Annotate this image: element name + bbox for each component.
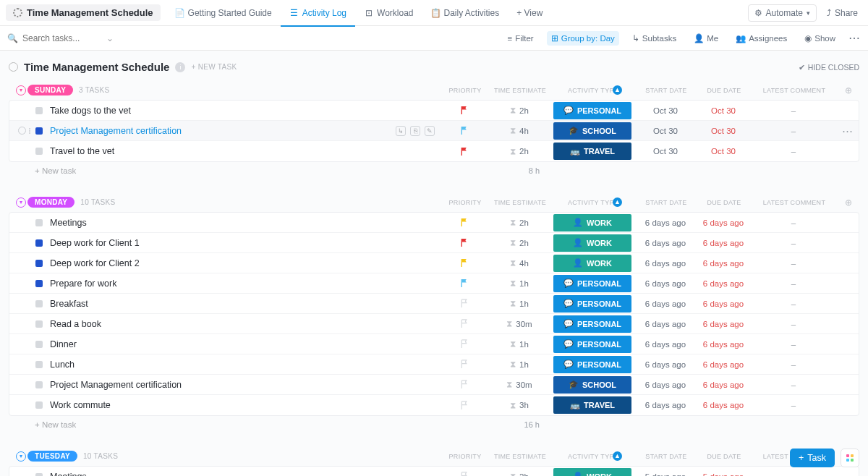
cell-start-date[interactable]: 6 days ago bbox=[634, 360, 697, 369]
cell-start-date[interactable]: 6 days ago bbox=[634, 218, 697, 227]
task-name[interactable]: Lunch bbox=[50, 360, 441, 370]
cell-start-date[interactable]: 6 days ago bbox=[634, 259, 697, 268]
cell-due-date[interactable]: 6 days ago bbox=[697, 299, 750, 308]
col-latest-comment[interactable]: LATEST COMMENT bbox=[751, 199, 838, 206]
activity-badge[interactable]: 💬PERSONAL bbox=[553, 315, 631, 333]
task-name[interactable]: Deep work for Client 2 bbox=[50, 258, 441, 268]
cell-latest-comment[interactable]: – bbox=[750, 340, 837, 349]
status-square[interactable] bbox=[35, 148, 43, 155]
share-button[interactable]: ⤴ Share bbox=[822, 5, 862, 21]
activity-badge[interactable]: 🎓SCHOOL bbox=[553, 122, 631, 140]
col-start-date[interactable]: START DATE bbox=[635, 87, 697, 94]
cell-due-date[interactable]: 6 days ago bbox=[697, 340, 750, 349]
activity-badge[interactable]: 🚌TRAVEL bbox=[553, 143, 631, 160]
activity-badge[interactable]: 🎓SCHOOL bbox=[553, 376, 631, 394]
drag-handle-icon[interactable] bbox=[29, 128, 35, 134]
activity-badge[interactable]: 👤WORK bbox=[553, 255, 631, 272]
status-square[interactable] bbox=[35, 107, 43, 114]
cell-priority[interactable] bbox=[441, 218, 488, 227]
activity-badge[interactable]: 👤WORK bbox=[553, 468, 631, 477]
more-options-button[interactable]: ⋯ bbox=[848, 31, 861, 45]
task-name[interactable]: Project Management certification bbox=[50, 380, 441, 390]
cell-start-date[interactable]: 6 days ago bbox=[634, 239, 697, 247]
status-square[interactable] bbox=[35, 300, 43, 307]
cell-priority[interactable] bbox=[441, 279, 488, 288]
hide-closed-button[interactable]: ✔ HIDE CLOSED bbox=[799, 63, 859, 72]
show-button[interactable]: ◉Show bbox=[800, 31, 840, 46]
activity-badge[interactable]: 👤WORK bbox=[553, 214, 631, 231]
activity-badge[interactable]: 💬PERSONAL bbox=[553, 356, 631, 373]
add-view-button[interactable]: + View bbox=[508, 0, 551, 26]
cell-time-estimate[interactable]: ⧗1h bbox=[488, 339, 550, 349]
status-square[interactable] bbox=[35, 381, 43, 388]
task-row[interactable]: Dinner ⧗1h 💬PERSONAL 6 days ago 6 days a… bbox=[9, 334, 859, 354]
cell-due-date[interactable]: 6 days ago bbox=[697, 279, 750, 288]
cell-latest-comment[interactable]: – bbox=[750, 147, 837, 156]
cell-due-date[interactable]: 6 days ago bbox=[697, 401, 750, 409]
cell-priority[interactable] bbox=[441, 401, 488, 410]
edit-icon[interactable]: ✎ bbox=[425, 126, 435, 136]
task-name[interactable]: Meetings bbox=[50, 472, 441, 477]
cell-time-estimate[interactable]: ⧗30m bbox=[488, 380, 550, 389]
cell-priority[interactable] bbox=[441, 258, 488, 268]
task-name[interactable]: Dinner bbox=[50, 339, 441, 349]
cell-due-date[interactable]: 6 days ago bbox=[697, 239, 750, 247]
cell-priority[interactable] bbox=[441, 238, 488, 247]
task-row[interactable]: Deep work for Client 1 ⧗2h 👤WORK 6 days … bbox=[9, 233, 859, 253]
cell-priority[interactable] bbox=[441, 360, 488, 369]
cell-time-estimate[interactable]: ⧗3h bbox=[488, 401, 550, 410]
task-name[interactable]: Breakfast bbox=[50, 299, 441, 309]
cell-time-estimate[interactable]: ⧗2h bbox=[488, 472, 550, 476]
activity-badge[interactable]: 🚌TRAVEL bbox=[553, 396, 631, 414]
task-row[interactable]: Deep work for Client 2 ⧗4h 👤WORK 6 days … bbox=[9, 253, 859, 273]
day-pill[interactable]: MONDAY bbox=[27, 197, 75, 208]
me-button[interactable]: 👤Me bbox=[689, 31, 723, 46]
cell-priority[interactable] bbox=[441, 319, 488, 328]
col-time-estimate[interactable]: TIME ESTIMATE bbox=[489, 199, 551, 206]
cell-time-estimate[interactable]: ⧗2h bbox=[488, 147, 550, 156]
cell-latest-comment[interactable]: – bbox=[750, 127, 837, 135]
activity-badge[interactable]: 👤WORK bbox=[553, 234, 631, 252]
cell-priority[interactable] bbox=[441, 147, 488, 156]
cell-time-estimate[interactable]: ⧗2h bbox=[488, 218, 550, 227]
task-name[interactable]: Read a book bbox=[50, 319, 441, 329]
status-square[interactable] bbox=[35, 320, 43, 328]
task-row[interactable]: Lunch ⧗1h 💬PERSONAL 6 days ago 6 days ag… bbox=[9, 354, 859, 375]
row-select-icon[interactable] bbox=[18, 127, 26, 135]
cell-start-date[interactable]: 6 days ago bbox=[634, 279, 697, 288]
view-tab-daily-activities[interactable]: 📋Daily Activities bbox=[422, 0, 509, 26]
activity-badge[interactable]: 💬PERSONAL bbox=[553, 295, 631, 313]
col-latest-comment[interactable]: LATEST COMMENT bbox=[751, 87, 838, 94]
apps-fab[interactable] bbox=[841, 449, 859, 467]
cell-latest-comment[interactable]: – bbox=[750, 218, 837, 227]
cell-time-estimate[interactable]: ⧗30m bbox=[488, 319, 550, 328]
task-name[interactable]: Travel to the vet bbox=[50, 146, 441, 156]
cell-time-estimate[interactable]: ⧗2h bbox=[488, 106, 550, 115]
task-row[interactable]: Meetings ⧗2h 👤WORK 6 days ago 6 days ago… bbox=[9, 213, 859, 233]
new-task-fab[interactable]: + Task bbox=[790, 449, 835, 467]
status-square[interactable] bbox=[35, 401, 43, 409]
task-row[interactable]: Work commute ⧗3h 🚌TRAVEL 6 days ago 6 da… bbox=[9, 395, 859, 415]
add-column-button[interactable]: ⊕ bbox=[838, 85, 859, 95]
cell-latest-comment[interactable]: – bbox=[750, 279, 837, 288]
assignees-button[interactable]: 👥Assignees bbox=[731, 31, 791, 46]
new-task-row-button[interactable]: + New task bbox=[35, 166, 76, 175]
cell-due-date[interactable]: 6 days ago bbox=[697, 218, 750, 227]
task-name[interactable]: Prepare for work bbox=[50, 279, 441, 289]
cell-time-estimate[interactable]: ⧗1h bbox=[488, 299, 550, 308]
activity-badge[interactable]: 💬PERSONAL bbox=[553, 336, 631, 353]
col-time-estimate[interactable]: TIME ESTIMATE bbox=[489, 87, 551, 94]
cell-start-date[interactable]: 6 days ago bbox=[634, 340, 697, 349]
task-row[interactable]: Take dogs to the vet ⧗2h 💬PERSONAL Oct 3… bbox=[9, 101, 859, 121]
automate-button[interactable]: ⚙ Automate ▾ bbox=[748, 4, 817, 22]
cell-time-estimate[interactable]: ⧗2h bbox=[488, 238, 550, 247]
col-start-date[interactable]: START DATE bbox=[635, 453, 697, 460]
day-pill[interactable]: TUESDAY bbox=[27, 451, 77, 462]
task-name[interactable]: Project Management certification bbox=[50, 126, 396, 136]
cell-priority[interactable] bbox=[441, 472, 488, 476]
col-activity-type[interactable]: ACTIVITY TYPE▲ bbox=[551, 87, 635, 94]
cell-priority[interactable] bbox=[441, 126, 488, 135]
col-due-date[interactable]: DUE DATE bbox=[697, 199, 751, 206]
task-name[interactable]: Work commute bbox=[50, 400, 441, 410]
cell-latest-comment[interactable]: – bbox=[750, 299, 837, 308]
